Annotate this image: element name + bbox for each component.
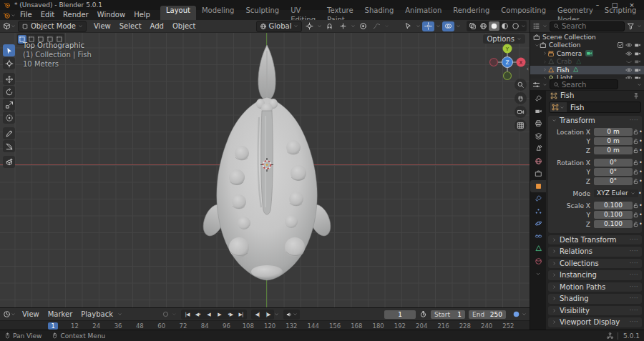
pan-button[interactable]: [514, 92, 527, 104]
snap-magnet-button[interactable]: [323, 21, 336, 31]
value-field[interactable]: 0 m: [594, 137, 633, 145]
animate-dot-button[interactable]: •: [639, 221, 643, 227]
status-network-icon[interactable]: [606, 332, 614, 340]
tool-rotate[interactable]: [3, 86, 15, 98]
current-frame-indicator[interactable]: 1: [48, 322, 57, 330]
snap-target-button[interactable]: [337, 21, 349, 31]
lock-icon[interactable]: [633, 178, 639, 184]
panel-header-motion-paths[interactable]: Motion Paths····: [548, 282, 642, 292]
properties-tab-render[interactable]: [530, 105, 546, 118]
animate-dot-button[interactable]: •: [639, 159, 643, 166]
timeline-view-options[interactable]: [512, 310, 527, 318]
properties-tab-view-layer[interactable]: [530, 130, 546, 143]
outliner-row-collection[interactable]: Collection: [530, 41, 644, 50]
shading-rendered-button[interactable]: [510, 21, 521, 31]
value-field[interactable]: 0 m: [594, 128, 633, 136]
tool-annotate[interactable]: [3, 127, 15, 139]
drag-grip-icon[interactable]: ····: [630, 307, 638, 314]
menu-file[interactable]: File: [16, 10, 36, 20]
value-field[interactable]: 0°: [594, 159, 633, 167]
sync-dropdown[interactable]: [283, 310, 300, 320]
navigation-gizmo[interactable]: Y X Z: [488, 43, 527, 81]
value-field[interactable]: 0.100: [594, 211, 633, 219]
panel-header-viewport-display[interactable]: Viewport Display····: [548, 317, 642, 327]
filter-icon[interactable]: [627, 22, 635, 30]
menu-render[interactable]: Render: [59, 10, 93, 20]
animate-dot-button[interactable]: •: [639, 178, 643, 184]
properties-tab-output[interactable]: [530, 117, 546, 130]
transform-orientation[interactable]: Global: [256, 21, 303, 32]
properties-tab-constraints[interactable]: [530, 230, 546, 243]
shading-solid-button[interactable]: [489, 21, 499, 31]
camera-icon[interactable]: [633, 58, 642, 65]
mesh-data-icon[interactable]: [572, 66, 579, 73]
menu-edit[interactable]: Edit: [36, 10, 59, 20]
lock-icon[interactable]: [633, 129, 639, 135]
properties-tab-data[interactable]: [530, 242, 546, 255]
drag-grip-icon[interactable]: ····: [630, 284, 638, 290]
panel-header-shading[interactable]: Shading····: [548, 294, 642, 304]
checkbox-icon[interactable]: [616, 41, 625, 49]
eye-icon[interactable]: [625, 41, 633, 49]
camera-icon[interactable]: [633, 41, 642, 49]
menu-help[interactable]: Help: [130, 10, 155, 20]
panel-header-instancing[interactable]: Instancing····: [548, 270, 642, 280]
animate-dot-button[interactable]: •: [639, 147, 643, 154]
eye-icon[interactable]: [625, 66, 633, 74]
object-name-field[interactable]: Fish: [549, 102, 641, 113]
outliner-row-fish[interactable]: Fish: [530, 66, 644, 74]
mesh-data-icon[interactable]: [575, 59, 582, 65]
drag-grip-icon[interactable]: ····: [630, 260, 638, 267]
prev-keyframe-button[interactable]: ◀•: [192, 310, 203, 319]
frame-start-field[interactable]: Start1: [431, 310, 465, 319]
tool-measure[interactable]: [3, 140, 15, 152]
outliner-row-camera[interactable]: Camera: [530, 49, 644, 58]
tool-add-cube[interactable]: [3, 156, 15, 168]
st opwatch-icon[interactable]: [419, 310, 427, 318]
value-field[interactable]: 0°: [594, 168, 633, 176]
properties-tab-collection[interactable]: [530, 167, 546, 180]
jump-start-button[interactable]: |◀: [182, 310, 192, 319]
show-gizmos-button[interactable]: [422, 21, 434, 31]
viewport-menu-select[interactable]: Select: [115, 22, 146, 30]
camera-icon[interactable]: [633, 50, 642, 57]
play-reverse-button[interactable]: ◀: [203, 310, 214, 319]
animate-dot-button[interactable]: •: [639, 138, 643, 144]
proportional-falloff-button[interactable]: [371, 21, 383, 31]
auto-keying-button[interactable]: [160, 310, 172, 320]
tool-move[interactable]: [3, 73, 15, 85]
blender-menu-icon[interactable]: [3, 11, 11, 19]
mode-selector[interactable]: Object Mode: [18, 21, 87, 32]
outliner-row-scene-collection[interactable]: Scene Collection: [530, 33, 644, 41]
properties-tab-modifiers[interactable]: [530, 192, 546, 205]
drag-grip-icon[interactable]: ····: [630, 248, 638, 254]
drag-grip-icon[interactable]: ····: [630, 117, 638, 124]
editor-type-icon[interactable]: [3, 22, 11, 30]
shading-wireframe-button[interactable]: [478, 21, 489, 31]
sidebar-toggle-icon[interactable]: ‹: [527, 66, 529, 72]
lock-icon[interactable]: [633, 221, 639, 227]
panel-header-delta-transform[interactable]: Delta Transform····: [548, 235, 642, 245]
properties-tab-scene[interactable]: [530, 142, 546, 155]
camera-icon[interactable]: [633, 66, 642, 74]
frame-end-field[interactable]: End250: [469, 310, 506, 319]
camera-data-icon[interactable]: [585, 50, 593, 56]
pin-icon[interactable]: [633, 92, 640, 99]
lock-icon[interactable]: [633, 212, 639, 218]
display-mode-icon[interactable]: [532, 22, 540, 30]
properties-tab-world[interactable]: [530, 155, 546, 168]
animate-dot-button[interactable]: •: [638, 190, 642, 197]
pivot-point-button[interactable]: [303, 21, 316, 31]
tool-select-box[interactable]: [3, 44, 15, 56]
value-field[interactable]: 0 m: [594, 147, 633, 154]
drag-grip-icon[interactable]: ····: [630, 295, 638, 302]
fish-model[interactable]: [0, 33, 530, 307]
drag-grip-icon[interactable]: ····: [630, 272, 638, 278]
tool-scale[interactable]: [3, 99, 15, 111]
lock-icon[interactable]: [633, 169, 639, 175]
lock-icon[interactable]: [633, 147, 639, 154]
toggle-xray-button[interactable]: [467, 21, 478, 31]
toggle-perspective-button[interactable]: [514, 119, 527, 132]
properties-tab-physics[interactable]: [530, 217, 546, 230]
properties-search-input[interactable]: Search: [550, 79, 618, 89]
